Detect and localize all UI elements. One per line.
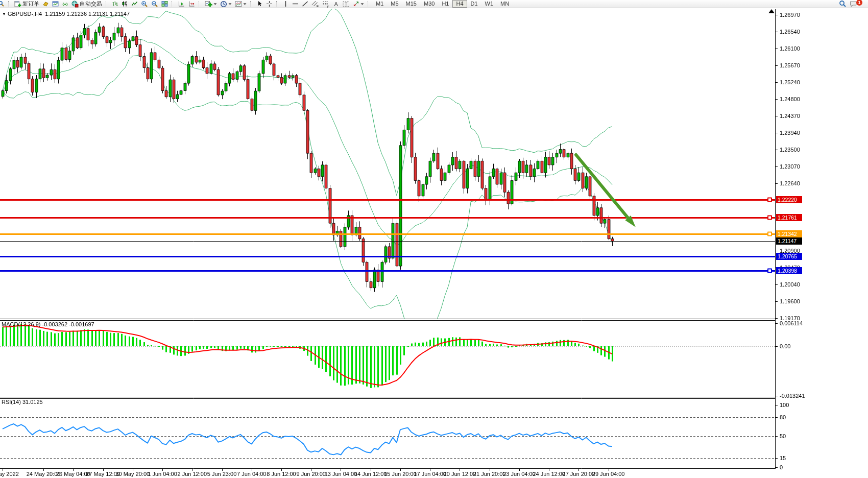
text-label-tool-button[interactable]: T <box>341 0 351 8</box>
line-chart-icon <box>131 1 138 7</box>
macd-indicator-label: MACD(12,26,9) -0.003262 -0.001697 <box>2 321 94 327</box>
arrows-tool-button[interactable] <box>351 0 366 8</box>
auto-trading-icon <box>71 1 79 8</box>
timeframe-m5[interactable]: M5 <box>387 0 402 8</box>
chevron-down-icon <box>243 2 247 7</box>
indicators-icon <box>205 0 212 8</box>
templates-button[interactable] <box>233 0 248 8</box>
toolbar-separator <box>368 1 371 7</box>
auto-scroll-button[interactable] <box>176 0 186 8</box>
equidistant-channel-icon: E <box>311 1 319 8</box>
cursor-tool-button[interactable] <box>255 0 264 8</box>
profiles-icon <box>42 1 49 7</box>
search-button[interactable] <box>837 0 848 8</box>
timeframe-group: M1M5M15M30H1H4D1W1MN <box>372 0 513 8</box>
timeframe-mn[interactable]: MN <box>497 0 513 8</box>
auto-trading-button[interactable]: 自动交易 <box>70 0 104 8</box>
svg-text:T: T <box>345 2 348 7</box>
profiles-button[interactable] <box>41 0 51 8</box>
auto-trading-label: 自动交易 <box>80 0 102 8</box>
text-icon: A <box>333 1 340 7</box>
auto-scroll-icon <box>178 1 185 7</box>
toolbar-separator <box>250 1 254 7</box>
template-icon <box>235 1 242 7</box>
svg-text:F: F <box>327 5 329 8</box>
timeframe-h1[interactable]: H1 <box>438 0 452 8</box>
periods-clock-button[interactable] <box>219 0 233 8</box>
new-order-button[interactable]: 新订单 <box>13 0 41 8</box>
chevron-down-icon <box>228 2 232 7</box>
svg-text:A: A <box>334 1 339 7</box>
trendline-tool-button[interactable] <box>300 0 310 8</box>
chart-window-icon <box>52 1 59 7</box>
timeframe-d1[interactable]: D1 <box>467 0 481 8</box>
chevron-down-icon <box>213 2 217 7</box>
toolbar-separator <box>172 1 175 7</box>
equidistant-channel-tool-button[interactable]: E <box>310 0 321 8</box>
timeframe-m1[interactable]: M1 <box>372 0 387 8</box>
zoom-in-icon <box>141 1 148 8</box>
zoom-out-icon <box>151 1 158 8</box>
signals-button[interactable] <box>60 0 70 8</box>
crosshair-tool-button[interactable] <box>264 0 274 8</box>
horizontal-line-tool-button[interactable] <box>291 0 300 8</box>
symbol-timeframe: GBPUSD-,H4 <box>8 11 42 17</box>
timeframe-m15[interactable]: M15 <box>402 0 420 8</box>
candlestick-icon <box>122 1 128 7</box>
crosshair-icon <box>266 1 273 7</box>
cursor-icon <box>256 1 263 7</box>
fibonacci-tool-button[interactable]: F <box>321 0 331 8</box>
rsi-indicator-label: RSI(14) 31.0125 <box>2 399 43 405</box>
chart-shift-button[interactable] <box>186 0 197 8</box>
text-label-icon: T <box>343 1 350 7</box>
new-order-icon <box>14 1 21 8</box>
toolbar-separator <box>106 1 109 7</box>
symbols-search-icon[interactable] <box>0 0 6 8</box>
clock-icon <box>220 1 227 8</box>
new-order-label: 新订单 <box>22 0 39 8</box>
text-tool-button[interactable]: A <box>331 0 341 8</box>
bar-chart-mode-button[interactable] <box>110 0 120 8</box>
symbol-info[interactable]: ▼GBPUSD-,H4 1.21159 1.21236 1.21131 1.21… <box>2 11 130 17</box>
vertical-line-icon <box>282 1 289 7</box>
main-toolbar: 新订单 自动交易 <box>0 0 868 8</box>
signals-icon <box>62 1 68 7</box>
candlestick-mode-button[interactable] <box>120 0 130 8</box>
fibonacci-icon: F <box>322 1 330 8</box>
vertical-line-tool-button[interactable] <box>281 0 291 8</box>
trendline-icon <box>302 1 308 7</box>
notification-badge: 1 <box>856 0 862 6</box>
chart-window-button[interactable] <box>51 0 60 8</box>
arrows-icon <box>353 1 359 7</box>
symbol-ohlc: 1.21159 1.21236 1.21131 1.21147 <box>45 11 130 17</box>
chevron-down-icon <box>360 2 364 7</box>
svg-text:E: E <box>317 5 319 8</box>
search-icon <box>839 0 847 8</box>
toolbar-separator <box>276 1 280 7</box>
line-chart-mode-button[interactable] <box>130 0 139 8</box>
timeframe-h4[interactable]: H4 <box>452 0 467 8</box>
terminal-window: 新订单 自动交易 <box>0 0 868 478</box>
tile-windows-icon <box>161 1 168 7</box>
price-chart-canvas[interactable] <box>0 0 868 478</box>
symbol-dropdown-icon[interactable]: ▼ <box>2 12 6 16</box>
tile-windows-button[interactable] <box>160 0 170 8</box>
horizontal-line-icon <box>292 1 299 7</box>
zoom-in-button[interactable] <box>139 0 150 8</box>
zoom-out-button[interactable] <box>150 0 160 8</box>
bar-chart-icon <box>112 1 118 7</box>
notifications-button[interactable]: 1 <box>848 0 866 8</box>
timeframe-m30[interactable]: M30 <box>420 0 438 8</box>
chart-shift-icon <box>188 1 195 7</box>
toolbar-separator <box>8 1 12 7</box>
toolbar-separator <box>199 1 202 7</box>
timeframe-w1[interactable]: W1 <box>481 0 497 8</box>
indicators-button[interactable] <box>203 0 219 8</box>
